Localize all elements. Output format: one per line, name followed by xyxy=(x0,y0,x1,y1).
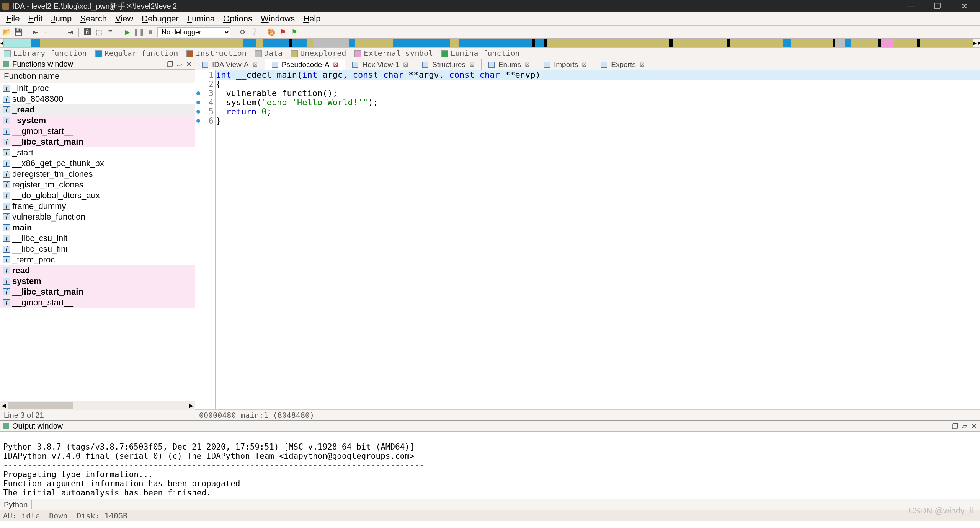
function-row[interactable]: fframe_dummy xyxy=(0,201,195,212)
menu-file[interactable]: File xyxy=(2,13,23,24)
nav-back-icon[interactable]: ← xyxy=(42,28,52,37)
navigation-band[interactable]: ◂ ▸ ▾ xyxy=(0,39,980,48)
code-line[interactable]: system("echo 'Hello World!'"); xyxy=(216,98,980,107)
navband-segment[interactable] xyxy=(894,39,917,47)
navband-segment[interactable] xyxy=(878,39,881,47)
filter-icon[interactable]: ≡ xyxy=(106,28,115,37)
pseudocode-editor[interactable]: 123456 int __cdecl main(int argc, const … xyxy=(195,70,980,409)
navband-right-icon[interactable]: ▸ xyxy=(973,39,977,47)
nav-back-far-icon[interactable]: ⇤ xyxy=(31,28,40,37)
navband-segment[interactable] xyxy=(4,39,31,47)
menu-options[interactable]: Options xyxy=(219,13,256,24)
navband-segment[interactable] xyxy=(31,39,40,47)
navband-segment[interactable] xyxy=(851,39,878,47)
navband-segment[interactable] xyxy=(669,39,673,47)
navband-segment[interactable] xyxy=(881,39,894,47)
tab-close-icon[interactable]: ⊠ xyxy=(640,61,645,68)
code-line[interactable]: int __cdecl main(int argc, const char **… xyxy=(216,70,980,80)
panel-close-icon[interactable]: ✕ xyxy=(971,422,977,430)
tab-close-icon[interactable]: ⊠ xyxy=(333,61,338,68)
navband-segment[interactable] xyxy=(783,39,791,47)
palette-icon[interactable]: 🎨 xyxy=(267,28,276,37)
tab-imports[interactable]: Imports⊠ xyxy=(537,59,594,70)
tab-pseudocode-a[interactable]: Pseudocode-A⊠ xyxy=(265,59,346,70)
tab-hex-view-1[interactable]: Hex View-1⊠ xyxy=(345,59,415,70)
code-line[interactable]: return 0; xyxy=(216,107,980,116)
navband-segment[interactable] xyxy=(532,39,535,47)
code-line[interactable]: } xyxy=(216,116,980,125)
output-log[interactable]: ----------------------------------------… xyxy=(0,432,980,499)
navband-segment[interactable] xyxy=(535,39,544,47)
function-row[interactable]: f__libc_start_main xyxy=(0,137,195,147)
function-row[interactable]: f_system xyxy=(0,115,195,126)
navband-menu-icon[interactable]: ▾ xyxy=(977,39,980,47)
output-panel-header[interactable]: Output window ❐ ▱ ✕ xyxy=(0,421,980,432)
menu-windows[interactable]: Windows xyxy=(257,13,299,24)
function-row[interactable]: fmain xyxy=(0,222,195,233)
pause-icon[interactable]: ❚❚ xyxy=(134,28,144,37)
code-line[interactable]: vulnerable_function(); xyxy=(216,89,980,98)
navband-segment[interactable] xyxy=(349,39,355,47)
navband-segment[interactable] xyxy=(835,39,845,47)
function-row[interactable]: f_read xyxy=(0,104,195,115)
open-icon[interactable]: 📂 xyxy=(2,28,11,37)
tab-close-icon[interactable]: ⊠ xyxy=(469,61,474,68)
debugger-select[interactable]: No debugger xyxy=(157,27,230,37)
text-search-icon[interactable]: 🅰 xyxy=(83,28,92,37)
function-row[interactable]: f__libc_csu_init xyxy=(0,233,195,244)
function-row[interactable]: f__do_global_dtors_aux xyxy=(0,190,195,201)
functions-hscroll[interactable]: ◂▸ xyxy=(0,401,195,410)
menu-help[interactable]: Help xyxy=(299,13,324,24)
function-row[interactable]: f_init_proc xyxy=(0,83,195,94)
stop-icon[interactable]: ■ xyxy=(146,28,155,37)
help-icon[interactable]: ❔ xyxy=(250,28,259,37)
panel-close-icon[interactable]: ✕ xyxy=(186,60,192,68)
minimize-button[interactable]: — xyxy=(897,0,924,12)
navband-segment[interactable] xyxy=(40,39,243,47)
function-row[interactable]: f__gmon_start__ xyxy=(0,297,195,308)
refresh-icon[interactable]: ⟳ xyxy=(238,28,247,37)
function-row[interactable]: f__libc_start_main xyxy=(0,287,195,297)
function-row[interactable]: fsub_8048300 xyxy=(0,94,195,104)
nav-fwd-far-icon[interactable]: ⇥ xyxy=(65,28,75,37)
function-row[interactable]: fvulnerable_function xyxy=(0,212,195,222)
tab-close-icon[interactable]: ⊠ xyxy=(582,61,587,68)
navband-segment[interactable] xyxy=(292,39,307,47)
navband-segment[interactable] xyxy=(355,39,393,47)
panel-menu-icon[interactable]: ▱ xyxy=(177,60,182,68)
function-row[interactable]: f__gmon_start__ xyxy=(0,126,195,137)
menu-debugger[interactable]: Debugger xyxy=(138,13,183,24)
navband-segment[interactable] xyxy=(791,39,833,47)
functions-panel-header[interactable]: Functions window ❐ ▱ ✕ xyxy=(0,59,195,70)
function-row[interactable]: fderegister_tm_clones xyxy=(0,169,195,179)
maximize-button[interactable]: ❐ xyxy=(924,0,951,12)
navband-segment[interactable] xyxy=(256,39,263,47)
navband-segment[interactable] xyxy=(393,39,450,47)
tab-structures[interactable]: Structures⊠ xyxy=(415,59,482,70)
python-repl-input[interactable] xyxy=(32,500,980,509)
function-row[interactable]: f__x86_get_pc_thunk_bx xyxy=(0,158,195,169)
save-icon[interactable]: 💾 xyxy=(14,28,23,37)
navband-segment[interactable] xyxy=(314,39,349,47)
tab-enums[interactable]: Enums⊠ xyxy=(482,59,537,70)
tab-close-icon[interactable]: ⊠ xyxy=(253,61,258,68)
tab-exports[interactable]: Exports⊠ xyxy=(594,59,652,70)
function-row[interactable]: fsystem xyxy=(0,276,195,287)
function-row[interactable]: f_start xyxy=(0,147,195,158)
navband-segment[interactable] xyxy=(673,39,727,47)
tab-close-icon[interactable]: ⊠ xyxy=(403,61,408,68)
navband-segment[interactable] xyxy=(845,39,851,47)
navband-segment[interactable] xyxy=(307,39,314,47)
menu-view[interactable]: View xyxy=(111,13,137,24)
function-row[interactable]: f__libc_csu_fini xyxy=(0,244,195,254)
close-button[interactable]: ✕ xyxy=(951,0,978,12)
panel-undock-icon[interactable]: ❐ xyxy=(952,422,958,430)
navband-segment[interactable] xyxy=(920,39,973,47)
panel-undock-icon[interactable]: ❐ xyxy=(167,60,173,68)
tab-ida-view-a[interactable]: IDA View-A⊠ xyxy=(195,59,265,70)
run-icon[interactable]: ▶ xyxy=(123,28,132,37)
function-row[interactable]: fregister_tm_clones xyxy=(0,179,195,190)
navband-segment[interactable] xyxy=(459,39,532,47)
code-line[interactable]: { xyxy=(216,80,980,89)
navband-segment[interactable] xyxy=(243,39,256,47)
